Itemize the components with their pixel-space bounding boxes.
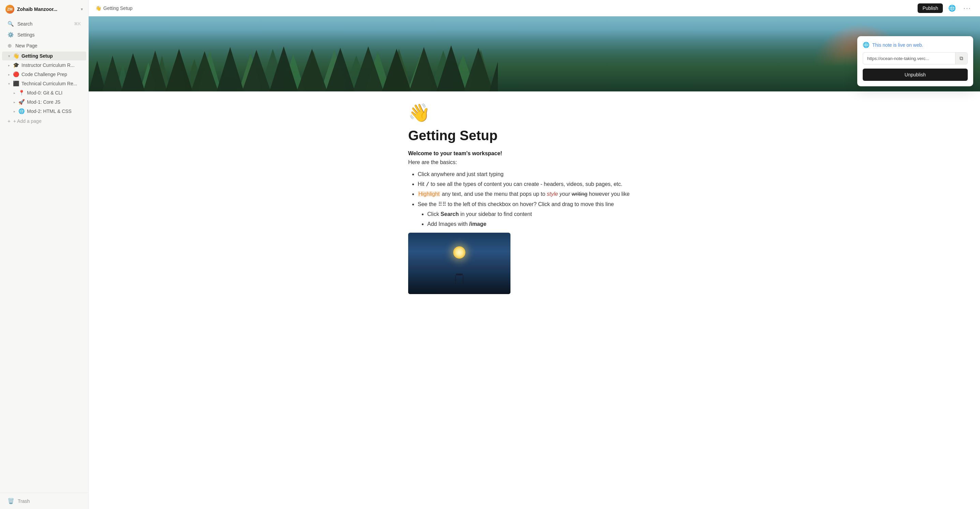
sidebar-item-getting-setup[interactable]: ▾ 👋 Getting Setup (2, 51, 86, 61)
content-area[interactable]: 👋 Getting Setup Welcome to your team's w… (89, 16, 980, 509)
page-label-instructor: Instructor Curriculum R... (21, 62, 84, 68)
expand-arrow-icon: ▾ (6, 53, 11, 59)
collapse-arrow-icon-3: ▸ (11, 90, 17, 96)
search-nav-item[interactable]: 🔍 Search ⌘K (2, 19, 86, 29)
settings-label: Settings (18, 32, 81, 38)
page-heading: Getting Setup (408, 127, 660, 144)
welcome-heading: Welcome to your team's workspace! (408, 150, 660, 156)
publish-button[interactable]: Publish (918, 3, 943, 13)
svg-rect-39 (463, 275, 463, 284)
page-label-mod1: Mod-1: Core JS (27, 99, 84, 105)
sub-bullet-list: Click Search in your sidebar to find con… (418, 209, 660, 228)
sidebar-item-instructor-curriculum[interactable]: ▸ 🎓 Instructor Curriculum R... (2, 61, 86, 70)
list-item: Hit / to see all the types of content yo… (418, 179, 660, 189)
expand-arrow-icon-2: ▾ (6, 81, 11, 86)
globe-icon: 🌐 (948, 5, 956, 12)
basics-intro: Here are the basics: (408, 159, 660, 166)
new-page-label: New Page (15, 43, 81, 48)
page-content: 👋 Getting Setup Welcome to your team's w… (388, 91, 681, 314)
svg-marker-21 (102, 56, 123, 91)
sidebar-item-mod2[interactable]: ▸ 🌐 Mod-2: HTML & CSS (2, 107, 86, 116)
add-page-label: + Add a page (13, 118, 41, 124)
svg-marker-32 (382, 49, 411, 91)
sidebar-item-code-challenge[interactable]: ▸ 🔴 Code Challenge Prep (2, 70, 86, 79)
search-label: Search (18, 21, 71, 27)
trash-item[interactable]: 🗑️ Trash (2, 496, 86, 506)
copy-icon: ⧉ (959, 55, 963, 61)
copy-url-button[interactable]: ⧉ (955, 53, 967, 64)
publish-popup: 🌐 This note is live on web. https://ocea… (857, 36, 973, 86)
list-item: See the ⠿⠿ to the left of this checkbox … (418, 199, 660, 209)
svg-marker-29 (297, 49, 327, 91)
list-item: Click anywhere and just start typing (418, 169, 660, 179)
chevron-down-icon: ▾ (81, 7, 83, 11)
new-page-nav-item[interactable]: ⊕ New Page (2, 41, 86, 51)
svg-marker-24 (165, 49, 192, 91)
page-label-getting-setup: Getting Setup (21, 53, 84, 59)
settings-icon: ⚙️ (8, 32, 14, 38)
strike-text: writing (571, 191, 587, 197)
slash-code: / (426, 181, 429, 187)
sidebar-item-technical-curriculum[interactable]: ▾ ⬛ Technical Curriculum Re... (2, 79, 86, 88)
list-item: Highlight any text, and use the menu tha… (418, 189, 660, 199)
url-row: https://ocean-note-taking.verc... ⧉ (863, 52, 968, 64)
page-label-technical: Technical Curriculum Re... (21, 81, 84, 86)
sidebar-footer: 🗑️ Trash (0, 493, 88, 509)
avatar: ZM (5, 5, 14, 14)
workspace-header[interactable]: ZM Zohaib Manzoor... ▾ (0, 0, 88, 18)
page-title-emoji: 👋 (95, 5, 101, 11)
page-tree: ▾ 👋 Getting Setup ▸ 🎓 Instructor Curricu… (0, 51, 88, 493)
collapse-arrow-icon: ▸ (6, 62, 11, 68)
collapse-arrow-icon-5: ▸ (11, 109, 17, 114)
page-emoji-getting-setup: 👋 (13, 53, 19, 59)
page-emoji-mod0: 📍 (18, 90, 25, 96)
top-bar-actions: Publish 🌐 ··· (918, 3, 973, 13)
page-title-bar: 👋 Getting Setup (95, 5, 915, 11)
more-options-button[interactable]: ··· (961, 3, 973, 13)
page-content-emoji: 👋 (408, 102, 660, 123)
inline-image (408, 233, 511, 294)
image-command: /image (469, 221, 487, 227)
search-shortcut: ⌘K (74, 21, 81, 26)
page-label-mod0: Mod-0: Git & CLI (27, 90, 84, 96)
svg-rect-37 (456, 274, 463, 275)
main-content: 👋 Getting Setup Publish 🌐 ··· (89, 0, 980, 509)
live-status-row: 🌐 This note is live on web. (863, 41, 968, 48)
sidebar: ZM Zohaib Manzoor... ▾ 🔍 Search ⌘K ⚙️ Se… (0, 0, 89, 509)
plus-icon: + (8, 118, 11, 124)
page-emoji-mod1: 🚀 (18, 99, 25, 105)
svg-marker-33 (409, 47, 439, 91)
highlight-text: Highlight (418, 191, 440, 197)
workspace-name: Zohaib Manzoor... (17, 6, 78, 12)
style-text: style (547, 191, 558, 197)
page-emoji-code: 🔴 (13, 71, 19, 77)
bullet-list: Click anywhere and just start typing Hit… (408, 169, 660, 228)
cover-image (89, 16, 980, 91)
page-label-mod2: Mod-2: HTML & CSS (27, 109, 84, 114)
sidebar-item-mod0[interactable]: ▸ 📍 Mod-0: Git & CLI (2, 88, 86, 97)
italic-text: your (560, 191, 570, 197)
page-emoji-mod2: 🌐 (18, 108, 25, 114)
svg-marker-26 (216, 47, 244, 91)
sub-list-item: Click Search in your sidebar to find con… (427, 209, 660, 219)
trees-svg (89, 37, 498, 91)
add-page-button[interactable]: + + Add a page (2, 116, 86, 126)
collapse-arrow-icon-4: ▸ (11, 99, 17, 105)
globe-icon-btn[interactable]: 🌐 (946, 3, 958, 13)
ellipsis-icon: ··· (963, 4, 971, 12)
sub-list-item: Add Images with /image (427, 219, 660, 228)
plus-circle-icon: ⊕ (8, 43, 12, 49)
moon-circle (453, 246, 465, 258)
live-status-text: This note is live on web. (872, 42, 923, 48)
unpublish-button[interactable]: Unpublish (863, 69, 968, 81)
search-icon: 🔍 (8, 21, 14, 27)
settings-nav-item[interactable]: ⚙️ Settings (2, 30, 86, 40)
sidebar-item-mod1[interactable]: ▸ 🚀 Mod-1: Core JS (2, 97, 86, 107)
publish-url: https://ocean-note-taking.verc... (863, 53, 955, 64)
svg-marker-20 (89, 61, 106, 91)
collapse-arrow-icon-2: ▸ (6, 72, 11, 77)
dock-svg (445, 274, 473, 284)
trash-icon: 🗑️ (8, 498, 14, 504)
search-bold: Search (441, 211, 459, 217)
page-emoji-instructor: 🎓 (13, 62, 19, 68)
